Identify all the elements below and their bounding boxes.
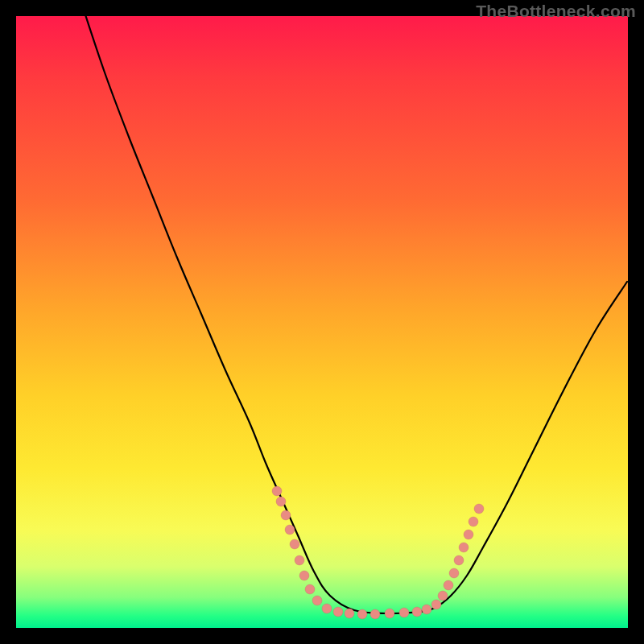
marker-dot xyxy=(285,525,295,535)
attribution-watermark: TheBottleneck.com xyxy=(476,2,636,21)
marker-dot xyxy=(399,608,409,617)
marker-dot xyxy=(276,497,286,506)
marker-dot xyxy=(299,571,309,580)
marker-dot xyxy=(333,607,343,617)
marker-dot xyxy=(290,539,299,549)
marker-dot xyxy=(412,607,422,617)
marker-dot xyxy=(422,605,431,614)
marker-dot xyxy=(370,609,380,619)
marker-dot xyxy=(449,568,459,578)
bottleneck-curve xyxy=(80,16,627,613)
marker-dot xyxy=(438,591,448,601)
plot-area xyxy=(16,16,628,628)
marker-dot xyxy=(459,543,469,552)
marker-dot xyxy=(444,580,453,590)
marker-dot xyxy=(312,596,322,605)
marker-dot xyxy=(357,609,367,619)
marker-dot xyxy=(464,530,473,539)
chart-frame: TheBottleneck.com xyxy=(0,0,644,644)
marker-dot xyxy=(345,609,354,618)
marker-dot xyxy=(474,504,484,514)
marker-dot xyxy=(322,604,332,613)
marker-dot xyxy=(295,555,304,565)
marker-dot xyxy=(272,486,282,496)
chart-svg-layer xyxy=(16,16,628,628)
marker-dot xyxy=(431,600,441,609)
marker-dot xyxy=(385,609,394,618)
trough-markers xyxy=(272,486,484,619)
marker-dot xyxy=(454,555,464,565)
marker-dot xyxy=(469,517,478,526)
marker-dot xyxy=(305,584,315,594)
marker-dot xyxy=(281,510,291,520)
